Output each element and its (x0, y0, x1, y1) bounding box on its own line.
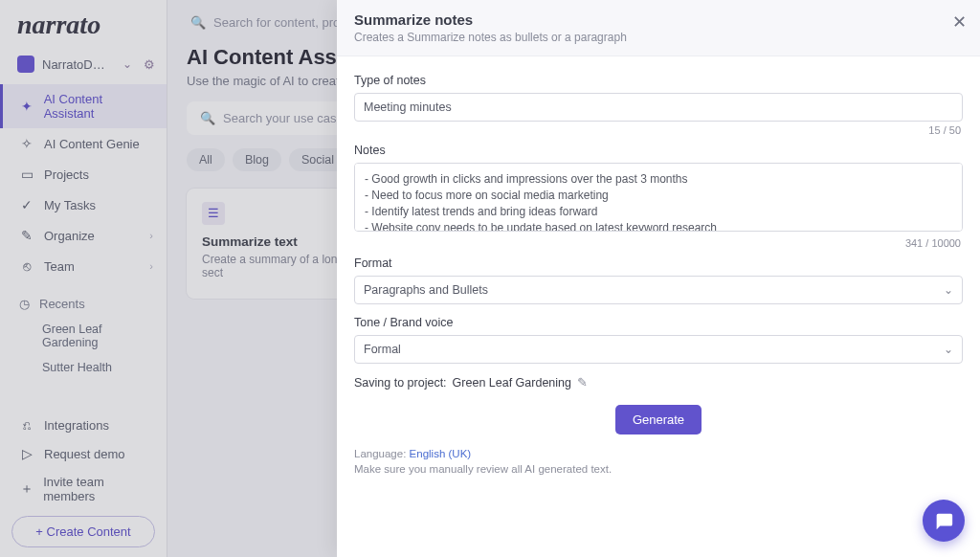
language-link[interactable]: English (UK) (410, 448, 472, 459)
language-label: Language: (354, 448, 406, 459)
format-select[interactable] (354, 276, 963, 304)
generate-button[interactable]: Generate (615, 405, 702, 434)
chat-icon (933, 510, 954, 531)
label-tone: Tone / Brand voice (354, 316, 963, 329)
chat-launcher[interactable] (923, 500, 965, 542)
saving-project-name: Green Leaf Gardening (453, 376, 571, 390)
notes-counter: 341 / 10000 (354, 237, 961, 249)
type-of-notes-input[interactable] (354, 93, 963, 122)
close-icon[interactable]: ✕ (952, 11, 967, 33)
notes-textarea[interactable] (354, 163, 963, 232)
ai-disclaimer: Make sure you manually review all AI gen… (354, 463, 963, 475)
panel-title: Summarize notes (354, 11, 963, 28)
saving-label: Saving to project: (354, 376, 447, 390)
label-type-of-notes: Type of notes (354, 74, 963, 87)
label-format: Format (354, 256, 963, 270)
label-notes: Notes (354, 144, 963, 157)
type-counter: 15 / 50 (354, 124, 961, 136)
summarize-notes-panel: Summarize notes Creates a Summarize note… (337, 0, 980, 557)
tone-select[interactable] (354, 335, 963, 364)
panel-desc: Creates a Summarize notes as bullets or … (354, 31, 963, 44)
edit-project-icon[interactable]: ✎ (577, 375, 588, 390)
